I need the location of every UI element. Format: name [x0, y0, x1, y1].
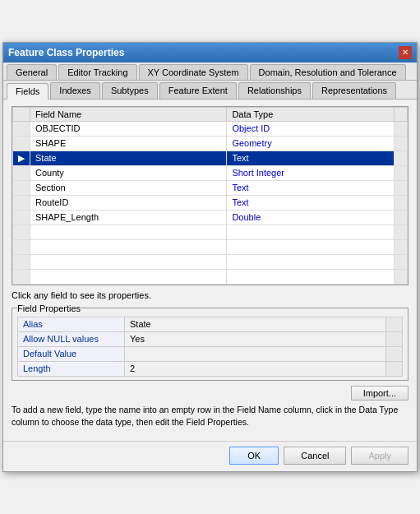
tabs-row1: General Editor Tracking XY Coordinate Sy… [3, 63, 417, 81]
field-table: Field Name Data Type OBJECTIDObject IDSH… [12, 107, 408, 285]
property-value[interactable]: 2 [125, 361, 386, 376]
data-type-cell: Object ID [227, 121, 395, 136]
field-name-cell [30, 225, 227, 239]
row-indicator [13, 195, 30, 210]
table-row[interactable]: SHAPE_LengthDouble [13, 210, 408, 225]
data-type-cell: Text [227, 150, 395, 165]
field-name-cell: Section [30, 180, 227, 195]
import-row: Import... [12, 386, 408, 401]
property-label: Allow NULL values [18, 331, 125, 346]
property-value[interactable]: Yes [125, 331, 386, 346]
data-type-cell: Short Integer [227, 165, 395, 180]
data-type-cell: Geometry [227, 136, 395, 150]
ok-button[interactable]: OK [229, 447, 279, 465]
scroll-spacer [395, 195, 408, 210]
field-properties-group: Field Properties AliasStateAllow NULL va… [12, 303, 408, 381]
scroll-spacer [395, 225, 408, 239]
button-row: OK Cancel Apply [3, 441, 417, 471]
tab-subtypes[interactable]: Subtypes [102, 82, 158, 99]
table-row[interactable]: OBJECTIDObject ID [13, 121, 408, 136]
scroll-spacer [395, 269, 408, 284]
field-name-cell: OBJECTID [30, 121, 227, 136]
tab-editor-tracking[interactable]: Editor Tracking [58, 64, 136, 80]
field-name-cell: County [30, 165, 227, 180]
data-type-cell [227, 239, 395, 254]
property-row: Allow NULL valuesYes [18, 331, 403, 346]
table-row[interactable]: SHAPEGeometry [13, 136, 408, 150]
indicator-header [13, 107, 30, 121]
field-name-cell: SHAPE_Length [30, 210, 227, 225]
field-name-cell [30, 239, 227, 254]
data-type-header: Data Type [227, 107, 395, 121]
property-extra [386, 317, 403, 331]
data-type-cell: Text [227, 180, 395, 195]
field-name-cell [30, 269, 227, 284]
tab-fields[interactable]: Fields [7, 83, 48, 100]
field-name-cell: RouteID [30, 195, 227, 210]
scroll-spacer [395, 239, 408, 254]
field-name-cell [30, 254, 227, 269]
row-indicator [13, 210, 30, 225]
scroll-spacer [395, 180, 408, 195]
table-row[interactable] [13, 254, 408, 269]
property-label: Default Value [18, 346, 125, 361]
tab-feature-extent[interactable]: Feature Extent [159, 82, 237, 99]
tabs-row2: Fields Indexes Subtypes Feature Extent R… [3, 81, 417, 100]
field-name-header: Field Name [30, 107, 227, 121]
tab-representations[interactable]: Representations [312, 82, 396, 99]
scroll-spacer [395, 210, 408, 225]
row-indicator [13, 136, 30, 150]
apply-button[interactable]: Apply [351, 447, 408, 465]
import-button[interactable]: Import... [351, 386, 408, 401]
property-value[interactable] [125, 346, 386, 361]
table-row[interactable]: RouteIDText [13, 195, 408, 210]
close-button[interactable]: ✕ [399, 46, 412, 59]
scroll-spacer [395, 165, 408, 180]
row-indicator [13, 165, 30, 180]
field-name-cell: State [30, 150, 227, 165]
scroll-spacer [395, 150, 408, 165]
scroll-spacer [395, 254, 408, 269]
field-name-cell: SHAPE [30, 136, 227, 150]
property-row: Default Value [18, 346, 403, 361]
window-title: Feature Class Properties [8, 47, 124, 58]
hint-text: Click any field to see its properties. [12, 290, 408, 300]
field-properties-legend: Field Properties [17, 303, 81, 313]
data-type-cell [227, 269, 395, 284]
property-label: Alias [18, 317, 125, 331]
row-indicator [13, 180, 30, 195]
table-row[interactable] [13, 269, 408, 284]
table-row[interactable] [13, 239, 408, 254]
row-indicator [13, 121, 30, 136]
table-row[interactable] [13, 225, 408, 239]
data-type-cell: Double [227, 210, 395, 225]
cancel-button[interactable]: Cancel [284, 447, 346, 465]
property-value[interactable]: State [125, 317, 386, 331]
table-row[interactable]: SectionText [13, 180, 408, 195]
tab-indexes[interactable]: Indexes [50, 82, 100, 99]
table-row[interactable]: ▶StateText [13, 150, 408, 165]
scroll-spacer [395, 136, 408, 150]
title-bar: Feature Class Properties ✕ [3, 43, 417, 63]
content-area: Field Name Data Type OBJECTIDObject IDSH… [3, 100, 417, 441]
tab-domain-resolution[interactable]: Domain, Resolution and Tolerance [250, 64, 406, 80]
tab-xy-coordinate[interactable]: XY Coordinate System [139, 64, 248, 80]
row-indicator [13, 269, 30, 284]
bottom-help-text: To add a new field, type the name into a… [12, 404, 408, 428]
title-bar-buttons: ✕ [399, 46, 412, 59]
property-row: Length2 [18, 361, 403, 376]
tab-relationships[interactable]: Relationships [238, 82, 311, 99]
properties-table: AliasStateAllow NULL valuesYesDefault Va… [17, 317, 403, 377]
row-indicator [13, 239, 30, 254]
property-label: Length [18, 361, 125, 376]
row-indicator: ▶ [13, 150, 30, 165]
property-extra [386, 361, 403, 376]
table-row[interactable]: CountyShort Integer [13, 165, 408, 180]
scrollbar-header [395, 107, 408, 121]
tab-general[interactable]: General [7, 64, 57, 80]
field-table-container: Field Name Data Type OBJECTIDObject IDSH… [12, 106, 408, 285]
property-row: AliasState [18, 317, 403, 331]
scroll-spacer [395, 121, 408, 136]
data-type-cell: Text [227, 195, 395, 210]
feature-class-properties-dialog: Feature Class Properties ✕ General Edito… [2, 42, 418, 472]
